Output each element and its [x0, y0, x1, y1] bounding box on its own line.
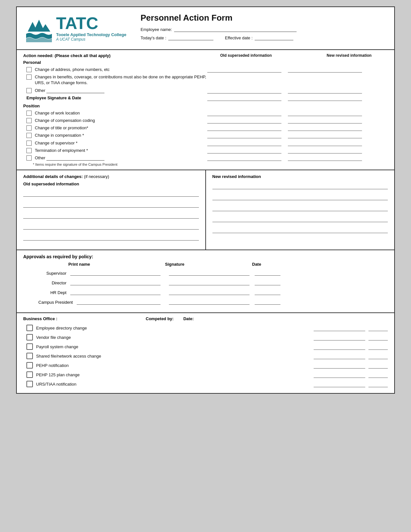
business-item-2-competed: [314, 335, 365, 340]
personal-checkbox-2[interactable]: [26, 74, 32, 80]
action-header-row: Action needed: (Please check all that ap…: [23, 53, 388, 58]
business-item-3-row: Payroll system change: [23, 343, 388, 350]
additional-new-line-1: [212, 183, 388, 189]
position-other-input[interactable]: [46, 155, 104, 161]
business-office-title: Business Office :: [23, 316, 146, 321]
asterisk-note: * Items require the signature of the Cam…: [33, 163, 388, 166]
business-item-2-text: Vendor file change: [36, 335, 307, 340]
position-item-6-old: [207, 148, 281, 153]
position-checkbox-1[interactable]: [26, 111, 32, 116]
employee-sig-label: Employee Signature & Date: [26, 95, 81, 100]
personal-item-3-old-field: [207, 88, 281, 94]
approval-hr-label: HR Dept: [23, 290, 68, 295]
date-row: Today's date : Effective date :: [141, 35, 387, 40]
approval-supervisor-row: Supervisor: [23, 270, 388, 276]
position-checkbox-7[interactable]: [26, 155, 32, 161]
business-item-6-fields: [314, 372, 388, 378]
approval-supervisor-date: [255, 270, 280, 276]
todays-date-label: Today's date :: [141, 35, 166, 40]
col-old-header: Old superseded information: [207, 53, 285, 58]
position-item-4-inner: Change in compensation *: [26, 133, 388, 138]
approval-supervisor-print: [70, 270, 161, 276]
personal-other-input[interactable]: [46, 88, 104, 93]
business-item-4-date: [368, 353, 388, 359]
college-name: Tooele Applied Technology College: [56, 32, 126, 37]
ucat-label: A UCAT Campus: [56, 37, 126, 42]
approval-president-sig: [169, 299, 250, 305]
business-checkbox-4[interactable]: [26, 353, 33, 359]
personal-item-2-row: Changes in benefits, coverage, or contri…: [23, 74, 388, 86]
personal-item-3-inner: Other: [26, 88, 388, 94]
business-checkbox-7[interactable]: [26, 381, 33, 387]
personal-item-2-inner: Changes in benefits, coverage, or contri…: [26, 74, 388, 86]
additional-new-line-4: [212, 216, 388, 222]
position-checkbox-4[interactable]: [26, 133, 32, 138]
business-checkbox-5[interactable]: [26, 362, 33, 369]
position-item-1-text: Change of work location: [35, 110, 207, 116]
approval-hr-print: [70, 289, 161, 295]
business-item-5-text: PEHP notification: [36, 363, 307, 369]
approval-supervisor-sig: [169, 270, 250, 276]
position-checkbox-3[interactable]: [26, 125, 32, 131]
position-item-2-new: [288, 118, 362, 123]
header: TATC Tooele Applied Technology College A…: [17, 7, 394, 50]
business-checkbox-3[interactable]: [26, 343, 33, 350]
emp-sig-inner: Employee Signature & Date: [26, 95, 388, 101]
additional-old-line-2: [23, 202, 199, 208]
personal-checkbox-1[interactable]: [26, 67, 32, 72]
business-item-7-row: URS/TIAA notification: [23, 380, 388, 387]
additional-if-necessary: (if necessary): [84, 174, 109, 179]
position-item-3-row: Change of title or promotion*: [23, 125, 388, 131]
date-label: Date:: [183, 316, 194, 321]
position-item-6-text: Termination of employment *: [35, 148, 207, 153]
personal-item-1-text: Change of address, phone numbers, etc: [35, 67, 207, 73]
approval-president-date: [255, 299, 280, 305]
effective-date-input[interactable]: [255, 35, 293, 40]
employee-name-input[interactable]: [174, 27, 297, 32]
approvals-print-col-header: Print name: [68, 262, 165, 267]
competed-cols: Competed by: Date:: [146, 316, 194, 321]
position-item-7-new: [288, 155, 362, 161]
personal-checkbox-3[interactable]: [26, 88, 32, 93]
additional-old-subtitle: Old superseded information: [23, 182, 199, 186]
position-item-6-new: [288, 148, 362, 153]
position-item-3-fields: [207, 125, 388, 131]
personal-item-3-text: Other: [35, 88, 207, 94]
position-item-4-new: [288, 133, 362, 138]
approval-hr-sig: [169, 289, 250, 295]
position-item-5-row: Change of supervisor *: [23, 140, 388, 146]
action-needed-label: Action needed: (Please check all that ap…: [23, 53, 111, 58]
business-item-3-competed: [314, 344, 365, 350]
approval-director-date: [255, 280, 280, 285]
approval-supervisor-label: Supervisor: [23, 271, 68, 276]
personal-item-3-new-field: [288, 88, 362, 94]
business-item-6-date: [368, 372, 388, 378]
position-item-1-fields: [207, 110, 388, 116]
employee-name-row: Employee name:: [141, 27, 387, 32]
position-item-7-old: [207, 155, 281, 161]
emp-sig-fields: [207, 95, 388, 101]
approvals-col-headers: Print name Signature Date: [23, 262, 388, 267]
business-item-6-competed: [314, 372, 365, 378]
approval-director-label: Director: [23, 281, 68, 285]
personal-item-3-row: Other: [23, 88, 388, 94]
business-item-7-date: [368, 381, 388, 387]
approval-hr-date: [255, 289, 280, 295]
business-checkbox-2[interactable]: [26, 334, 33, 340]
personal-item-1-inner: Change of address, phone numbers, etc: [26, 67, 388, 73]
business-item-4-row: Shared file/network access change: [23, 352, 388, 359]
business-item-3-text: Payroll system change: [36, 344, 307, 350]
business-checkbox-1[interactable]: [26, 325, 33, 331]
business-checkbox-6[interactable]: [26, 371, 33, 378]
header-right: Personnel Action Form Employee name: Tod…: [134, 13, 387, 44]
personal-item-2-text: Changes in benefits, coverage, or contri…: [35, 74, 207, 86]
approvals-section: Approvals as required by policy: Print n…: [17, 250, 394, 313]
todays-date-input[interactable]: [168, 35, 213, 40]
position-checkbox-5[interactable]: [26, 141, 32, 146]
position-checkbox-6[interactable]: [26, 148, 32, 153]
approval-president-print: [77, 299, 161, 305]
position-item-5-text: Change of supervisor *: [35, 140, 207, 146]
business-item-4-text: Shared file/network access change: [36, 353, 307, 359]
position-checkbox-2[interactable]: [26, 118, 32, 123]
position-item-1-new: [288, 110, 362, 116]
